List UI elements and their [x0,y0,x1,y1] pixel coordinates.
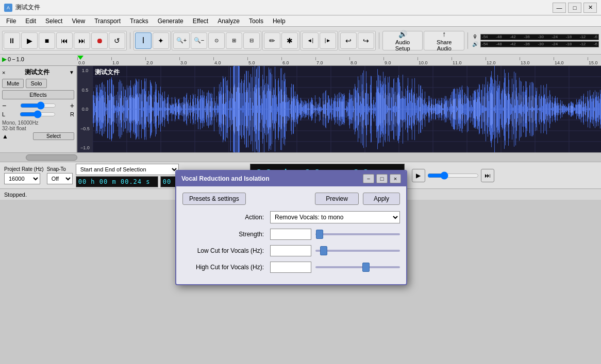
zoom-group: 🔍+ 🔍− ⊙ ⊞ ⊟ [172,31,261,50]
y-scale: 1.0 0.5 0.0 −0.5 −1.0 [77,66,93,152]
presets-button[interactable]: Presets & settings [182,193,246,205]
minimize-button[interactable]: — [553,3,566,13]
collapse-button[interactable]: ▲ [2,133,8,140]
dialog-close[interactable]: × [390,174,401,183]
vu-playback-row: 🔊 -54 -48 -42 -36 -30 -24 -18 -12 -6 [471,41,599,47]
apply-button[interactable]: Apply [363,193,400,205]
app-title: 测试文件 [15,3,40,12]
high-cut-slider-track [315,266,400,268]
undo-button[interactable]: ↩ [340,32,357,49]
audio-setup-button[interactable]: 🔊 Audio Setup [382,31,423,50]
pan-left: L [2,111,5,117]
effects-button[interactable]: Effects [2,90,74,99]
record-button[interactable]: ⏺ [91,32,108,49]
pan-slider[interactable] [20,111,56,118]
strength-slider-track [315,233,400,235]
low-cut-input[interactable]: 120.0 [270,245,311,256]
gain-row: − + [2,101,74,110]
zoom-out2-button[interactable]: ⊟ [243,32,260,49]
dialog-title: Vocal Reduction and Isolation [181,175,269,182]
edit-tools-group: ✏ ✱ [262,31,299,50]
status-text: Stopped. [4,192,27,198]
ruler: ▶ 0 − 1.0 0.01.02.03.04.05.06.07.08.09.0… [0,55,601,66]
track-panel: × 测试文件 ▼ Mute Solo Effects − + L R Mono,… [0,66,77,152]
trim-right-button[interactable]: |► [320,32,336,49]
scroll-thumb[interactable] [26,154,77,161]
strength-input[interactable]: 1.00 [270,229,311,240]
vu-meters: 🎙 -54 -48 -42 -36 -30 -24 -18 -12 -6 🔊 [471,34,599,47]
share-audio-button[interactable]: ↑ Share Audio [424,31,464,50]
playback-vu-icon: 🔊 [471,41,479,47]
dialog-maximize[interactable]: □ [376,174,388,183]
skip-fwd-button[interactable]: ⏭ [74,32,90,49]
mute-button[interactable]: Mute [2,79,24,88]
strength-slider-thumb[interactable] [316,230,323,239]
pause-button[interactable]: ⏸ [4,32,20,49]
stop-button[interactable]: ■ [39,32,55,49]
scroll-area[interactable] [0,152,601,162]
track-bottom-row: ▲ Select [2,132,74,140]
menu-generate[interactable]: Generate [154,16,188,26]
envelope-tool[interactable]: ✦ [153,32,169,49]
menu-help[interactable]: Help [269,16,290,26]
menu-effect[interactable]: Effect [189,16,212,26]
solo-button[interactable]: Solo [26,79,46,88]
menu-analyze[interactable]: Analyze [213,16,244,26]
ruler-content: 0.01.02.03.04.05.06.07.08.09.010.011.012… [77,55,601,65]
zoom-sel-button[interactable]: ⊙ [208,32,225,49]
menu-view[interactable]: View [68,16,89,26]
redo-button[interactable]: ↪ [358,32,374,49]
track-header: × 测试文件 ▼ [2,68,74,77]
position-indicator [77,55,84,60]
controls-row: ⏸ ▶ ■ ⏮ ⏭ ⏺ ↺ I ✦ 🔍+ 🔍− ⊙ ⊞ ⊟ ✏ ✱ ◄| |► … [0,27,601,55]
playback-slider[interactable] [427,171,479,180]
audio-setup-label: Audio Setup [388,39,418,51]
preview-button[interactable]: Preview [315,193,359,205]
dialog-minimize[interactable]: − [363,174,374,183]
skip-back-button[interactable]: ⏮ [56,32,73,49]
close-button[interactable]: ✕ [583,3,597,13]
menu-select[interactable]: Select [41,16,66,26]
y-1.0: 1.0 [82,68,89,73]
menu-transport[interactable]: Transport [90,16,125,26]
separator-1 [130,32,130,49]
low-cut-row: Low Cut for Vocals (Hz): 120.0 [182,245,400,256]
selection-type-select[interactable]: Start and End of Selection Start and Len… [76,164,179,175]
pan-right: R [70,111,74,117]
tools-group: I ✦ [133,31,171,50]
preview-apply-row: Preview Apply [315,193,400,205]
loop-button[interactable]: ↺ [109,32,125,49]
trim-left-button[interactable]: ◄| [302,32,319,49]
track-controls: Mute Solo [2,79,74,88]
track-close-button[interactable]: × [2,70,5,76]
menu-tools[interactable]: Tools [245,16,268,26]
zoom-in-button[interactable]: 🔍+ [173,32,190,49]
project-rate-select[interactable]: 16000 44100 48000 [4,173,40,184]
select-button[interactable]: Select [33,132,74,140]
maximize-button[interactable]: □ [568,3,581,13]
snap-select[interactable]: Off On [47,173,73,184]
low-cut-slider-thumb[interactable] [320,246,327,255]
menu-file[interactable]: File [2,16,20,26]
skip-end-button[interactable]: ⏭ [481,169,494,182]
waveform-area[interactable]: 测试文件 [93,66,601,152]
action-dropdown[interactable]: Remove Vocals: to mono Isolate Vocals [270,211,400,223]
title-bar: A 测试文件 — □ ✕ [0,0,601,15]
menu-tracks[interactable]: Tracks [126,16,153,26]
draw-tool[interactable]: ✏ [264,32,280,49]
play-bottom-button[interactable]: ▶ [412,169,425,182]
gain-slider[interactable] [20,102,56,109]
high-cut-input[interactable]: 9000.0 [270,262,311,273]
gain-minus: − [2,101,6,110]
high-cut-slider-thumb[interactable] [362,263,370,272]
multi-tool[interactable]: ✱ [281,32,298,49]
select-tool[interactable]: I [135,32,152,49]
zoom-out-button[interactable]: 🔍− [191,32,207,49]
play-button[interactable]: ▶ [21,32,38,49]
title-bar-controls: — □ ✕ [553,3,597,13]
track-dropdown-button[interactable]: ▼ [69,70,74,75]
dialog-title-bar: Vocal Reduction and Isolation − □ × [176,171,406,186]
menu-edit[interactable]: Edit [21,16,40,26]
zoom-fit-button[interactable]: ⊞ [226,32,242,49]
track-area: × 测试文件 ▼ Mute Solo Effects − + L R Mono,… [0,66,601,152]
